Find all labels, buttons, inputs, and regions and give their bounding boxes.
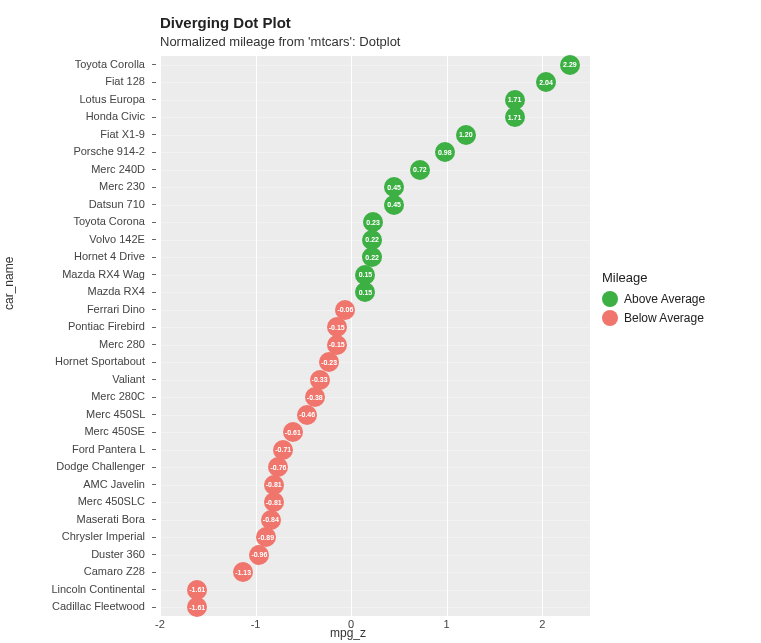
y-tick-label: Valiant — [6, 373, 156, 385]
data-point-value: 1.71 — [508, 114, 522, 121]
y-tick-label: Volvo 142E — [6, 233, 156, 245]
gridline-h — [160, 607, 590, 608]
data-point-value: -0.81 — [266, 499, 282, 506]
y-tick-label: Maserati Bora — [6, 513, 156, 525]
plot-panel: 2.292.041.711.711.200.980.720.450.450.23… — [160, 56, 590, 616]
data-point: 0.98 — [435, 142, 455, 162]
dot-icon — [602, 291, 618, 307]
y-tick-label: Merc 230 — [6, 180, 156, 192]
data-point-value: 0.15 — [359, 289, 373, 296]
gridline-h — [160, 520, 590, 521]
legend-label: Above Average — [624, 292, 705, 306]
x-tick-label: -1 — [251, 618, 261, 630]
data-point: 2.29 — [560, 55, 580, 75]
data-point-value: -1.61 — [189, 586, 205, 593]
y-tick-label: Datsun 710 — [6, 198, 156, 210]
data-point-value: -0.89 — [258, 534, 274, 541]
gridline-h — [160, 310, 590, 311]
gridline-h — [160, 135, 590, 136]
data-point: 0.72 — [410, 160, 430, 180]
data-point: 0.45 — [384, 195, 404, 215]
data-point-value: 0.98 — [438, 149, 452, 156]
gridline-h — [160, 397, 590, 398]
gridline-h — [160, 362, 590, 363]
x-tick-label: 1 — [444, 618, 450, 630]
data-point-value: -0.15 — [329, 341, 345, 348]
chart-stage: Diverging Dot Plot Normalized mileage fr… — [0, 0, 761, 643]
gridline-h — [160, 555, 590, 556]
data-point-value: 2.04 — [539, 79, 553, 86]
gridline-h — [160, 380, 590, 381]
y-tick-label: Fiat 128 — [6, 75, 156, 87]
gridline-h — [160, 205, 590, 206]
gridline-h — [160, 485, 590, 486]
data-point-value: -0.81 — [266, 481, 282, 488]
gridline-h — [160, 537, 590, 538]
legend-title: Mileage — [602, 270, 705, 285]
gridline-v — [160, 56, 161, 616]
y-tick-label: Merc 280 — [6, 338, 156, 350]
gridline-h — [160, 450, 590, 451]
y-tick-label: AMC Javelin — [6, 478, 156, 490]
y-tick-label: Lincoln Continental — [6, 583, 156, 595]
x-tick-label: -2 — [155, 618, 165, 630]
legend: Mileage Above Average Below Average — [602, 270, 705, 329]
data-point-value: 0.22 — [365, 236, 379, 243]
data-point: 0.15 — [355, 282, 375, 302]
y-tick-label: Cadillac Fleetwood — [6, 600, 156, 612]
data-point-value: 0.22 — [365, 254, 379, 261]
data-point-value: -0.06 — [337, 306, 353, 313]
legend-item-below: Below Average — [602, 310, 705, 326]
y-tick-label: Merc 450SLC — [6, 495, 156, 507]
gridline-h — [160, 502, 590, 503]
data-point-value: 0.45 — [387, 201, 401, 208]
gridline-h — [160, 572, 590, 573]
gridline-v — [447, 56, 448, 616]
data-point-value: -0.15 — [329, 324, 345, 331]
gridline-h — [160, 327, 590, 328]
gridline-h — [160, 187, 590, 188]
gridline-h — [160, 467, 590, 468]
data-point-value: 0.72 — [413, 166, 427, 173]
y-tick-label: Mazda RX4 — [6, 285, 156, 297]
y-tick-label: Ford Pantera L — [6, 443, 156, 455]
gridline-v — [351, 56, 352, 616]
y-tick-label: Mazda RX4 Wag — [6, 268, 156, 280]
gridline-h — [160, 170, 590, 171]
gridline-h — [160, 117, 590, 118]
data-point-value: -1.61 — [189, 604, 205, 611]
y-tick-label: Dodge Challenger — [6, 460, 156, 472]
y-tick-label: Honda Civic — [6, 110, 156, 122]
y-tick-label: Merc 450SE — [6, 425, 156, 437]
gridline-h — [160, 152, 590, 153]
y-tick-label: Hornet Sportabout — [6, 355, 156, 367]
data-point-value: -0.61 — [285, 429, 301, 436]
data-point-value: 2.29 — [563, 61, 577, 68]
gridline-h — [160, 100, 590, 101]
data-point-value: 1.71 — [508, 96, 522, 103]
data-point-value: -0.96 — [251, 551, 267, 558]
chart-subtitle: Normalized mileage from 'mtcars': Dotplo… — [160, 34, 400, 49]
y-tick-label: Hornet 4 Drive — [6, 250, 156, 262]
data-point-value: -0.84 — [263, 516, 279, 523]
data-point: 1.71 — [505, 107, 525, 127]
legend-label: Below Average — [624, 311, 704, 325]
data-point-value: -0.23 — [321, 359, 337, 366]
gridline-h — [160, 345, 590, 346]
gridline-h — [160, 432, 590, 433]
y-tick-label: Pontiac Firebird — [6, 320, 156, 332]
gridline-h — [160, 590, 590, 591]
y-tick-label: Merc 280C — [6, 390, 156, 402]
data-point: -0.46 — [297, 405, 317, 425]
data-point: -1.13 — [233, 562, 253, 582]
y-tick-label: Porsche 914-2 — [6, 145, 156, 157]
data-point-value: 0.45 — [387, 184, 401, 191]
data-point-value: 1.20 — [459, 131, 473, 138]
data-point: -0.96 — [249, 545, 269, 565]
data-point: -1.61 — [187, 597, 207, 617]
y-tick-label: Duster 360 — [6, 548, 156, 560]
data-point-value: -1.13 — [235, 569, 251, 576]
y-tick-label: Toyota Corona — [6, 215, 156, 227]
y-tick-label: Merc 240D — [6, 163, 156, 175]
gridline-h — [160, 82, 590, 83]
